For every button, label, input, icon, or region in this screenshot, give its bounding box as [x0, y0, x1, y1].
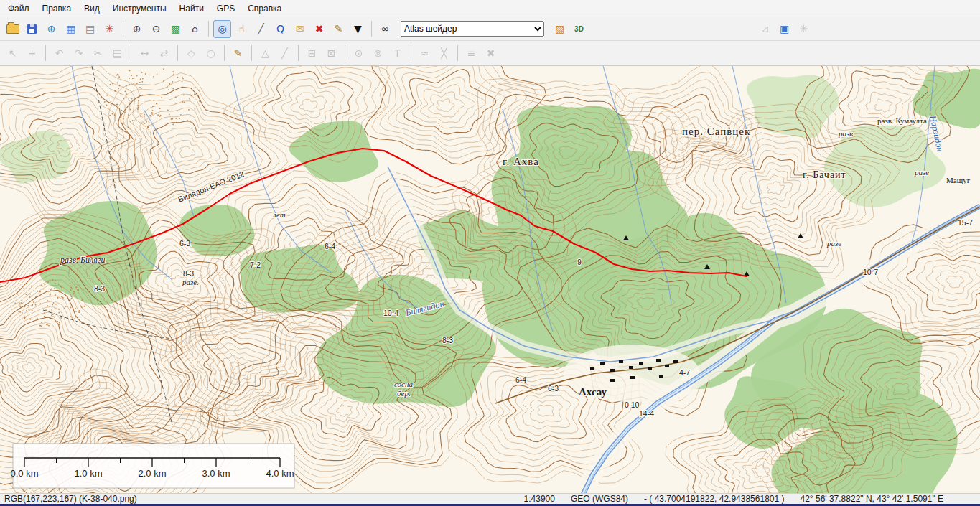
map-label: 10-7 [863, 268, 878, 276]
scree-dot [156, 103, 157, 104]
scree-dot [104, 101, 106, 103]
notebook-button[interactable]: ▣ [775, 20, 793, 38]
notebook-icon: ▣ [780, 24, 789, 34]
scree-dot [76, 286, 78, 288]
shader-options-button[interactable]: ▧ [551, 20, 569, 38]
scree-dot [145, 73, 146, 75]
zoom-out-icon: ⊖ [152, 24, 161, 34]
menu-tools[interactable]: Инструменты [106, 1, 173, 17]
status-projection: GEO (WGS84) [571, 494, 628, 504]
measure-tool-button[interactable]: ╱ [252, 20, 270, 38]
map-label: 15-7 [958, 218, 973, 227]
scree-dot [78, 289, 79, 291]
scree-dot [35, 304, 37, 306]
scree-dot [24, 306, 26, 307]
sketch-tool-button[interactable]: ✎ [229, 44, 247, 62]
create-line-button: ╱ [276, 44, 294, 62]
pan-tool-button[interactable]: ☝ [233, 20, 251, 38]
redo-icon: ↷ [75, 48, 83, 58]
delete-feature-icon: ✖ [487, 48, 495, 58]
scree-dot [106, 95, 108, 96]
scree-dot [19, 303, 20, 304]
map-label: разв. [182, 278, 199, 286]
menu-edit[interactable]: Правка [36, 1, 78, 17]
zoom-in-button[interactable]: ⊕ [128, 20, 146, 38]
status-pixel-info: RGB(167,223,167) (K-38-040.png) [4, 494, 137, 504]
find-features-button[interactable]: ∞ [376, 20, 394, 38]
scree-dot [14, 302, 16, 304]
feature-info-tool-button[interactable]: Q [271, 20, 289, 38]
scree-dot [179, 118, 180, 119]
menu-search[interactable]: Найти [173, 1, 210, 17]
create-line-icon: ╱ [281, 48, 287, 58]
scree-dot [58, 284, 60, 285]
clear-selection-button[interactable]: ✖ [310, 20, 328, 38]
vertex-mode-icon: ○ [206, 48, 215, 58]
menu-help[interactable]: Справка [241, 1, 288, 17]
map-label: Мащуг [946, 176, 971, 184]
configuration-button[interactable]: ✳ [101, 20, 118, 38]
scree-dot [188, 109, 190, 111]
tool-menu-dropdown[interactable]: ▼ [349, 20, 367, 38]
map-label: 6-4 [515, 375, 526, 384]
undo-icon: ↶ [55, 48, 64, 58]
building [619, 360, 623, 363]
view-3d-button[interactable]: 3D [570, 20, 588, 38]
home-view-button[interactable]: ⌂ [186, 20, 204, 38]
toolbar-separator [208, 21, 209, 37]
scree-dot [59, 322, 60, 324]
scree-dot [195, 108, 196, 110]
sketch-tool-icon: ✎ [234, 48, 243, 58]
color-swatch-button[interactable]: ✉ [291, 20, 309, 38]
scree-dot [52, 316, 54, 317]
overlay-control-center-button[interactable]: ▦ [62, 20, 80, 38]
scree-dot [167, 110, 169, 111]
scree-dot [139, 82, 141, 83]
menu-file[interactable]: Файл [1, 1, 36, 17]
building [639, 362, 643, 365]
scree-dot [172, 71, 174, 72]
toolbar-separator [123, 21, 123, 37]
script-icon: ✳ [800, 24, 808, 34]
scree-dot [160, 115, 162, 116]
scree-dot [136, 75, 138, 77]
map-canvas[interactable]: г. Ахвапер. Сапвцекг. Бачаитразв. Кумаул… [0, 66, 980, 493]
map-label: 6-4 [325, 242, 335, 250]
snap-toggle-icon: ◇ [187, 48, 195, 58]
scree-dot [173, 88, 174, 90]
scree-dot [172, 81, 173, 83]
scree-dot [46, 324, 47, 325]
scree-dot [131, 75, 133, 76]
map-layout-button[interactable]: ▤ [81, 20, 99, 38]
map-label: 8-3 [442, 336, 453, 345]
zoom-out-button[interactable]: ⊖ [147, 20, 165, 38]
scree-dot [125, 90, 126, 92]
shader-select[interactable]: Atlas шейдер [401, 21, 544, 37]
download-online-data-button[interactable]: ⊕ [42, 20, 60, 38]
draw-tool-button[interactable]: ✎ [330, 20, 347, 38]
scree-dot [57, 297, 59, 299]
building [665, 365, 669, 367]
open-file-button[interactable] [4, 20, 22, 38]
zoom-tool-button[interactable]: ◎ [213, 20, 231, 38]
path-profile-button: ⊿ [756, 20, 774, 38]
scree-dot [140, 78, 141, 80]
scree-dot [32, 310, 33, 311]
scree-dot [171, 118, 172, 120]
map-label: г. Ахва [503, 156, 539, 167]
scree-dot [153, 76, 154, 78]
shader-options-icon: ▧ [555, 24, 564, 34]
save-button[interactable] [23, 20, 41, 38]
create-text-icon: Т [394, 48, 401, 58]
status-center-coords: - ( 43.7004191822, 42.9438561801 ) [644, 494, 785, 504]
undo-button: ↶ [50, 44, 68, 62]
scree-dot [121, 110, 122, 111]
scree-dot [161, 97, 162, 98]
join-lines-button: ≈ [416, 44, 434, 62]
menu-gps[interactable]: GPS [210, 1, 241, 17]
create-circle-icon: ⊙ [355, 48, 363, 58]
scree-dot [26, 310, 27, 311]
scree-dot [106, 105, 108, 106]
menu-view[interactable]: Вид [78, 1, 106, 17]
full-view-button[interactable]: ▩ [167, 20, 185, 38]
